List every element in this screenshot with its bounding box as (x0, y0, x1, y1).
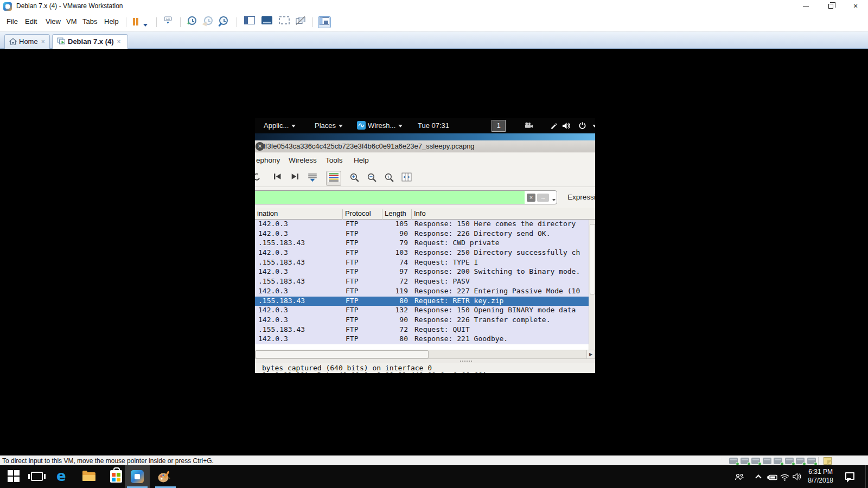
horizontal-scrollbar[interactable]: ▶ (255, 350, 595, 359)
menu-file[interactable]: File (7, 17, 18, 25)
gnome-appmenu-wireshark[interactable]: Wiresh... (368, 121, 403, 130)
usb-device-icon[interactable] (785, 458, 794, 464)
zoom-out-icon[interactable] (367, 172, 377, 185)
unity-view-button[interactable] (295, 16, 306, 28)
detail-ethernet-line-clipped[interactable]: 0: 0:00:00), Dst: 40:01:0: 0:00:01 (40:0… (262, 371, 487, 373)
system-menu-chevron-icon[interactable] (590, 121, 595, 130)
input-pen-icon[interactable] (550, 122, 557, 131)
workspace-indicator[interactable]: 1 (492, 120, 506, 132)
show-desktop-button[interactable] (865, 465, 868, 488)
packet-row[interactable]: .155.183.43 FTP 72 Request: QUIT (255, 325, 589, 335)
gnome-clock[interactable]: Tue 07:31 (418, 121, 449, 130)
restore-button[interactable] (818, 0, 843, 13)
display-filter-input[interactable] (255, 191, 525, 204)
start-button[interactable] (8, 470, 20, 482)
go-to-packet-icon[interactable] (255, 172, 260, 184)
power-icon[interactable] (578, 121, 586, 131)
tab-home[interactable]: Home× (4, 34, 50, 49)
vmware-workstation-icon[interactable] (131, 470, 144, 483)
auto-scroll-icon[interactable] (307, 172, 318, 184)
packet-row[interactable]: 142.0.3 FTP 90 Response: 226 Directory s… (255, 229, 589, 239)
tab-debian-close-icon[interactable]: × (117, 38, 121, 46)
colorize-packets-icon[interactable] (326, 171, 341, 186)
fullscreen-button[interactable] (279, 16, 290, 28)
packet-row[interactable]: 142.0.3 FTP 105 Response: 150 Here comes… (255, 220, 589, 229)
take-snapshot-button[interactable]: + (188, 16, 196, 28)
last-packet-icon[interactable] (290, 172, 299, 183)
menu-vm[interactable]: VM (66, 17, 77, 25)
packet-row[interactable]: .155.183.43 FTP 74 Request: TYPE I (255, 258, 589, 268)
screencast-icon[interactable] (524, 122, 533, 130)
resize-columns-icon[interactable] (401, 172, 412, 184)
suspend-vm-button[interactable] (132, 16, 139, 28)
wifi-icon[interactable] (780, 473, 789, 483)
show-library-button[interactable] (244, 16, 255, 28)
filter-dropdown-button[interactable] (551, 194, 557, 202)
packet-row[interactable]: .155.183.43 FTP 72 Request: PASV (255, 277, 589, 287)
zoom-in-icon[interactable] (349, 172, 360, 185)
printer-icon[interactable] (763, 458, 771, 464)
usb-device-2-icon[interactable] (807, 458, 816, 464)
vertical-scrollbar-thumb[interactable] (590, 224, 595, 294)
gnome-applications-menu[interactable]: Applic... (264, 121, 296, 130)
microsoft-store-icon[interactable] (110, 470, 122, 483)
close-button[interactable]: × (843, 0, 868, 13)
ws-menu-telephony[interactable]: ephony (256, 156, 280, 164)
vertical-scrollbar[interactable] (589, 220, 595, 350)
ws-menu-wireless[interactable]: Wireless (289, 156, 317, 164)
horizontal-scrollbar-thumb[interactable] (256, 350, 429, 358)
task-view-button[interactable] (31, 472, 43, 481)
library-toggle-button[interactable] (318, 16, 331, 28)
network-adapter-icon[interactable] (751, 458, 760, 464)
wireshark-titlebar[interactable]: dbff3fe0543ca336c4c425cb723e3f4b6c0e91a6… (255, 140, 595, 152)
file-explorer-icon[interactable] (82, 472, 95, 481)
webcam-icon[interactable] (796, 458, 805, 464)
filter-clear-button[interactable]: × (527, 194, 535, 202)
taskbar-clock[interactable]: 6:31 PM 8/7/2018 (808, 467, 833, 485)
vmware-taskbar-cell[interactable] (125, 465, 150, 488)
paint-icon[interactable] (157, 470, 171, 485)
scroll-right-arrow-icon[interactable]: ▶ (586, 350, 595, 358)
tab-home-close-icon[interactable]: × (41, 38, 45, 46)
edge-icon[interactable] (56, 468, 66, 484)
people-icon[interactable] (735, 473, 744, 483)
cd-dvd-icon[interactable] (741, 458, 749, 464)
column-info[interactable]: Info (412, 209, 589, 220)
send-ctrl-alt-del-button[interactable] (163, 16, 173, 28)
zoom-100-icon[interactable]: 1 (384, 172, 394, 185)
column-destination[interactable]: ination (255, 209, 343, 220)
packet-row[interactable]: .155.183.43 FTP 80 Request: RETR key.zip (255, 297, 589, 306)
gnome-places-menu[interactable]: Places (315, 121, 343, 130)
wireshark-close-icon[interactable]: ✕ (256, 142, 264, 151)
speaker-icon[interactable] (793, 473, 802, 483)
packet-row[interactable]: 142.0.3 FTP 103 Response: 250 Directory … (255, 248, 589, 258)
first-packet-icon[interactable] (273, 172, 282, 183)
power-options-dropdown[interactable] (143, 20, 148, 32)
ws-menu-help[interactable]: Help (354, 156, 369, 164)
action-center-icon[interactable] (845, 472, 854, 480)
tray-overflow-chevron-icon[interactable] (755, 474, 761, 480)
packet-row[interactable]: 142.0.3 FTP 119 Response: 227 Entering P… (255, 287, 589, 297)
menu-view[interactable]: View (46, 17, 61, 25)
message-log-icon[interactable] (824, 457, 832, 465)
menu-tabs[interactable]: Tabs (82, 17, 97, 25)
menu-help[interactable]: Help (104, 17, 119, 25)
expression-button[interactable]: Expression... (567, 193, 595, 201)
packet-row[interactable]: 142.0.3 FTP 132 Response: 150 Opening BI… (255, 306, 589, 316)
packet-row[interactable]: 142.0.3 FTP 90 Response: 226 Transfer co… (255, 316, 589, 325)
column-length[interactable]: Length (382, 209, 412, 220)
hard-disk-icon[interactable] (729, 458, 738, 464)
console-view-button[interactable] (261, 16, 272, 28)
manage-snapshots-button[interactable] (219, 16, 228, 28)
menu-edit[interactable]: Edit (25, 17, 37, 25)
packet-row[interactable]: .155.183.43 FTP 79 Request: CWD private (255, 239, 589, 248)
revert-snapshot-button[interactable]: ◀ (204, 16, 213, 28)
tab-debian[interactable]: Debian 7.x (4)× (52, 34, 128, 49)
packet-row[interactable]: 142.0.3 FTP 97 Response: 200 Switching t… (255, 267, 589, 277)
volume-icon[interactable] (562, 122, 571, 131)
sound-icon[interactable] (774, 458, 782, 464)
packet-row[interactable]: 142.0.3 FTP 80 Response: 221 Goodbye. (255, 335, 589, 344)
column-protocol[interactable]: Protocol (343, 209, 382, 220)
pane-splitter[interactable] (255, 359, 595, 363)
vm-console-area[interactable]: Applic... Places Wiresh... Tue 07:31 1 d… (0, 49, 868, 455)
